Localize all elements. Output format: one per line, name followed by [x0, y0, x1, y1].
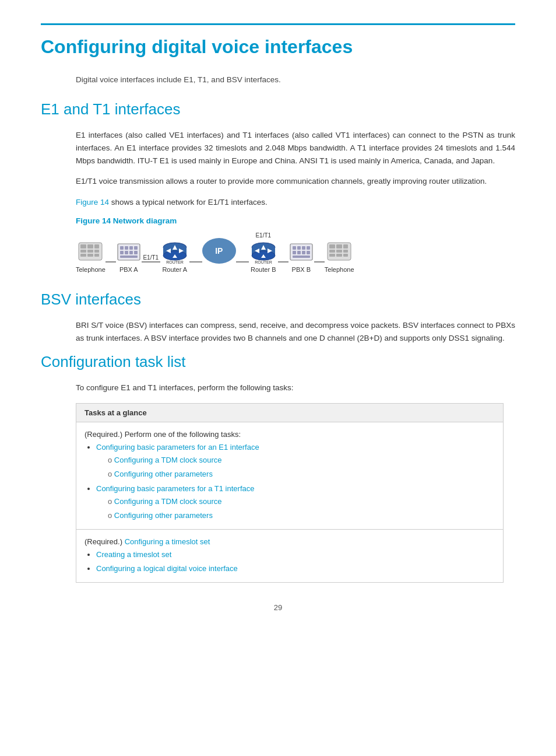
- svg-rect-7: [80, 254, 86, 257]
- pbxa-icon: [116, 240, 142, 266]
- page-title: Configuring digital voice interfaces: [41, 23, 515, 58]
- ip-cloud-node: IP IP: [202, 238, 236, 273]
- svg-rect-43: [302, 251, 305, 254]
- svg-rect-1: [80, 244, 86, 249]
- svg-rect-13: [129, 246, 133, 250]
- task-link-t1[interactable]: Configuring basic parameters for a T1 in…: [96, 484, 254, 493]
- svg-rect-6: [94, 250, 99, 253]
- task-sub-list-t1: Configuring a TDM clock source Configuri…: [108, 495, 495, 522]
- task-row-2: (Required.) Configuring a timeslot set C…: [76, 530, 503, 582]
- svg-rect-47: [329, 244, 335, 249]
- task-link-timeslot[interactable]: Configuring a timeslot set: [125, 537, 210, 546]
- task-sub-list-e1: Configuring a TDM clock source Configuri…: [108, 454, 495, 481]
- bsv-para: BRI S/T voice (BSV) interfaces can compr…: [76, 319, 515, 344]
- telephone-right-label: Telephone: [325, 266, 354, 273]
- svg-rect-42: [297, 251, 301, 254]
- svg-rect-39: [302, 246, 305, 250]
- pbxb-node: PBX B: [288, 240, 314, 273]
- task-sub-t1-1: Configuring a TDM clock source: [108, 495, 495, 508]
- svg-rect-51: [336, 250, 342, 253]
- svg-rect-38: [297, 246, 301, 250]
- e1t1-para1: E1 interfaces (also called VE1 interface…: [76, 129, 515, 167]
- task-row2-prefix: (Required.) Configuring a timeslot set: [85, 536, 495, 548]
- svg-text:ROUTER: ROUTER: [166, 260, 184, 264]
- figure-label: Figure 14 Network diagram: [76, 216, 515, 225]
- telephone-left-label: Telephone: [76, 266, 105, 273]
- svg-rect-49: [343, 244, 348, 249]
- task-row-1: (Required.) Perform one of the following…: [76, 422, 503, 530]
- task-item-e1: Configuring basic parameters for an E1 i…: [96, 441, 495, 481]
- network-diagram: Telephone PBX A E1/T1: [76, 232, 515, 273]
- task-sub-link-e1-2[interactable]: Configuring other parameters: [114, 470, 213, 478]
- line-e1t1-left: E1/T1: [142, 254, 160, 262]
- svg-rect-55: [343, 254, 348, 257]
- line2: [189, 261, 202, 262]
- section-e1t1-title: E1 and T1 interfaces: [41, 100, 515, 118]
- figure-ref-text: Figure 14 shows a typical network for E1…: [76, 196, 515, 209]
- task-sub-link-t1-2[interactable]: Configuring other parameters: [114, 511, 213, 520]
- pbxa-node: PBX A: [116, 240, 142, 273]
- task-sub-link-t1-1[interactable]: Configuring a TDM clock source: [114, 497, 222, 506]
- svg-rect-12: [125, 246, 128, 250]
- config-intro: To configure E1 and T1 interfaces, perfo…: [76, 382, 515, 394]
- task-sub-e1-2: Configuring other parameters: [108, 468, 495, 481]
- e1t1-right-label: E1/T1: [255, 232, 271, 239]
- svg-rect-40: [307, 246, 310, 250]
- svg-rect-2: [87, 244, 93, 249]
- svg-rect-41: [293, 251, 296, 254]
- pbxb-icon: [288, 240, 314, 266]
- svg-text:ROUTER: ROUTER: [255, 260, 272, 264]
- task-link-e1[interactable]: Configuring basic parameters for an E1 i…: [96, 443, 259, 452]
- svg-rect-5: [87, 250, 93, 253]
- task-sub-e1-1: Configuring a TDM clock source: [108, 454, 495, 467]
- svg-rect-11: [120, 246, 124, 250]
- task-sub-t1-2: Configuring other parameters: [108, 509, 495, 522]
- svg-rect-8: [87, 254, 93, 257]
- task-item-logical-dvi: Configuring a logical digital voice inte…: [96, 562, 495, 575]
- router-b-label: Router B: [251, 266, 276, 273]
- task-table-header: Tasks at a glance: [76, 404, 503, 422]
- task-row1-list: Configuring basic parameters for an E1 i…: [96, 441, 495, 522]
- router-a-icon: ROUTER: [160, 239, 189, 266]
- svg-rect-4: [80, 250, 86, 253]
- router-b-icon: ROUTER: [249, 239, 278, 266]
- telephone-left-node: Telephone: [76, 240, 105, 273]
- task-link-logical-dvi[interactable]: Configuring a logical digital voice inte…: [96, 564, 238, 573]
- telephone-right-node: Telephone: [325, 240, 354, 273]
- pbxb-label: PBX B: [292, 266, 311, 273]
- svg-rect-16: [125, 251, 128, 254]
- page-number: 29: [0, 603, 556, 612]
- svg-rect-52: [343, 250, 348, 253]
- telephone-left-icon: [78, 240, 103, 266]
- section-config-title: Configuration task list: [41, 353, 515, 371]
- pbxa-label: PBX A: [119, 266, 138, 273]
- ip-cloud-label: IP: [215, 246, 223, 256]
- line1: [105, 261, 116, 262]
- svg-rect-50: [329, 250, 335, 253]
- router-b-node: E1/T1 ROUTER Router B: [249, 232, 278, 273]
- e1t1-left-label: E1/T1: [143, 254, 159, 261]
- figure-ref-link[interactable]: Figure 14: [76, 198, 111, 206]
- task-item-create-timeslot: Creating a timeslot set: [96, 548, 495, 561]
- router-a-node: ROUTER Router A: [160, 239, 189, 273]
- task-link-create-timeslot[interactable]: Creating a timeslot set: [96, 550, 171, 559]
- svg-rect-48: [336, 244, 342, 249]
- task-item-t1: Configuring basic parameters for a T1 in…: [96, 482, 495, 522]
- line5: [314, 261, 325, 262]
- task-table: Tasks at a glance (Required.) Perform on…: [76, 403, 504, 583]
- svg-rect-53: [329, 254, 335, 257]
- svg-rect-54: [336, 254, 342, 257]
- e1t1-para2: E1/T1 voice transmission allows a router…: [76, 175, 515, 188]
- svg-rect-17: [129, 251, 133, 254]
- svg-rect-9: [94, 254, 99, 257]
- svg-rect-45: [293, 256, 310, 258]
- svg-rect-18: [134, 251, 138, 254]
- task-sub-link-e1-1[interactable]: Configuring a TDM clock source: [114, 456, 222, 464]
- svg-rect-3: [94, 244, 99, 249]
- svg-rect-14: [134, 246, 138, 250]
- intro-text: Digital voice interfaces include E1, T1,…: [76, 75, 515, 84]
- line4: [278, 261, 288, 262]
- svg-rect-44: [307, 251, 310, 254]
- page: Configuring digital voice interfaces Dig…: [0, 0, 556, 629]
- task-row2-list: Creating a timeslot set Configuring a lo…: [96, 548, 495, 575]
